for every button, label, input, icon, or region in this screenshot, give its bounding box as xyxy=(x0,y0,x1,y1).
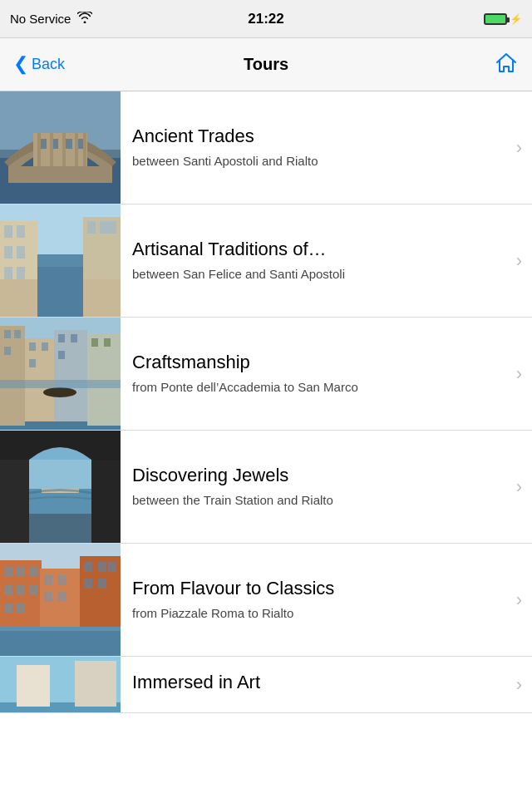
svg-rect-27 xyxy=(108,221,116,234)
svg-rect-4 xyxy=(40,139,47,149)
svg-rect-75 xyxy=(58,575,66,585)
svg-rect-82 xyxy=(98,579,106,589)
status-bar: No Service 21:22 ⚡ xyxy=(0,0,532,38)
svg-rect-18 xyxy=(4,246,12,259)
tour-item[interactable]: Artisanal Traditions of… between San Fel… xyxy=(0,204,532,318)
svg-rect-71 xyxy=(29,585,37,595)
svg-rect-41 xyxy=(42,342,48,351)
tour-subtitle: between the Train Station and Rialto xyxy=(132,491,506,509)
svg-rect-43 xyxy=(58,334,65,342)
charging-bolt: ⚡ xyxy=(510,13,522,25)
svg-rect-84 xyxy=(0,627,121,631)
svg-rect-80 xyxy=(108,562,116,572)
svg-rect-79 xyxy=(98,562,106,572)
svg-rect-16 xyxy=(4,225,12,238)
tour-subtitle: between Santi Apostoli and Rialto xyxy=(132,152,506,170)
tour-content: Craftsmanship from Ponte dell’Accademia … xyxy=(121,318,516,430)
svg-rect-88 xyxy=(17,665,50,707)
svg-rect-81 xyxy=(84,579,92,589)
tour-chevron-icon: › xyxy=(516,91,532,204)
svg-rect-49 xyxy=(0,380,121,388)
svg-rect-77 xyxy=(58,592,66,602)
wifi-icon xyxy=(77,12,92,27)
svg-rect-35 xyxy=(54,330,87,421)
tour-chevron-icon: › xyxy=(516,318,532,430)
svg-rect-19 xyxy=(17,246,25,259)
page-title: Tours xyxy=(244,55,288,74)
svg-rect-73 xyxy=(17,603,25,613)
tour-item[interactable]: Ancient Trades between Santi Apostoli an… xyxy=(0,91,532,204)
tour-item-partial[interactable]: Immersed in Art › xyxy=(0,657,532,713)
svg-rect-67 xyxy=(17,567,25,577)
svg-rect-3 xyxy=(33,133,87,166)
svg-rect-12 xyxy=(83,133,86,166)
svg-rect-20 xyxy=(4,267,12,279)
tour-subtitle: from Ponte dell’Accademia to San Marco xyxy=(132,378,506,396)
status-left: No Service xyxy=(10,12,92,27)
tour-title: From Flavour to Classics xyxy=(132,578,506,599)
tour-content: Discovering Jewels between the Train Sta… xyxy=(121,431,516,543)
svg-rect-76 xyxy=(44,592,52,602)
svg-rect-33 xyxy=(0,326,25,426)
tour-item[interactable]: From Flavour to Classics from Piazzale R… xyxy=(0,544,532,657)
tour-content: Artisanal Traditions of… between San Fel… xyxy=(121,204,516,317)
svg-rect-6 xyxy=(66,139,72,149)
svg-rect-39 xyxy=(4,347,11,355)
tour-content: From Flavour to Classics from Piazzale R… xyxy=(121,544,516,656)
tour-thumbnail xyxy=(0,204,121,317)
svg-rect-66 xyxy=(4,567,12,577)
tour-chevron-icon: › xyxy=(516,431,532,543)
svg-rect-59 xyxy=(29,460,91,489)
back-button[interactable]: ❮ Back xyxy=(13,56,65,73)
svg-rect-11 xyxy=(75,133,78,166)
tour-thumbnail xyxy=(0,544,121,656)
back-label: Back xyxy=(32,56,65,73)
svg-rect-21 xyxy=(17,267,25,279)
svg-rect-72 xyxy=(4,603,12,613)
tour-thumbnail xyxy=(0,657,121,713)
svg-rect-9 xyxy=(50,133,53,166)
tour-title: Immersed in Art xyxy=(132,672,506,693)
svg-rect-40 xyxy=(29,342,36,351)
battery-container: ⚡ xyxy=(484,13,522,25)
tour-chevron-icon: › xyxy=(516,544,532,656)
chevron-left-icon: ❮ xyxy=(13,55,28,73)
svg-rect-46 xyxy=(91,338,98,347)
svg-point-48 xyxy=(43,387,76,397)
svg-rect-37 xyxy=(4,330,11,338)
tour-title: Craftsmanship xyxy=(132,352,506,373)
tour-content: Ancient Trades between Santi Apostoli an… xyxy=(121,91,516,204)
svg-rect-10 xyxy=(62,133,66,166)
status-time: 21:22 xyxy=(248,11,283,27)
tour-item[interactable]: Discovering Jewels between the Train Sta… xyxy=(0,431,532,544)
svg-rect-89 xyxy=(75,661,116,707)
status-right: ⚡ xyxy=(484,13,522,25)
svg-rect-7 xyxy=(77,139,84,149)
svg-rect-69 xyxy=(4,585,12,595)
home-button[interactable] xyxy=(494,51,519,79)
svg-rect-23 xyxy=(37,267,83,317)
tour-item[interactable]: Craftsmanship from Ponte dell’Accademia … xyxy=(0,318,532,431)
svg-rect-44 xyxy=(71,334,77,342)
svg-rect-26 xyxy=(100,221,108,234)
tour-thumbnail xyxy=(0,431,121,543)
svg-rect-28 xyxy=(0,279,37,317)
battery-icon xyxy=(484,13,507,25)
svg-rect-78 xyxy=(84,562,92,572)
tour-subtitle: from Piazzale Roma to Rialto xyxy=(132,604,506,622)
no-service-text: No Service xyxy=(10,12,71,26)
tour-thumbnail xyxy=(0,318,121,430)
tour-content: Immersed in Art xyxy=(121,657,516,712)
tour-chevron-icon: › xyxy=(516,204,532,317)
svg-rect-83 xyxy=(0,627,121,656)
svg-rect-8 xyxy=(37,133,41,166)
svg-rect-68 xyxy=(29,567,37,577)
nav-bar: ❮ Back Tours xyxy=(0,38,532,91)
tour-chevron-icon: › xyxy=(516,657,532,712)
svg-rect-38 xyxy=(14,330,21,338)
tour-title: Discovering Jewels xyxy=(132,465,506,486)
svg-rect-17 xyxy=(17,225,25,238)
svg-rect-25 xyxy=(87,221,96,234)
svg-rect-74 xyxy=(44,575,52,585)
svg-rect-70 xyxy=(17,585,25,595)
